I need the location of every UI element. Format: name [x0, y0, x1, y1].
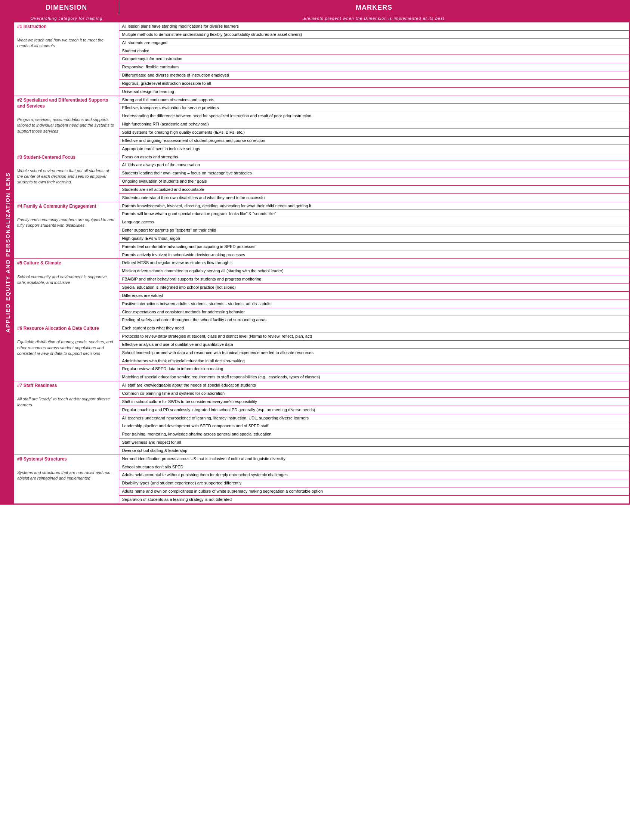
dimension-title-dim2: #2 Specialized and Differentiated Suppor… — [17, 97, 116, 109]
marker-cell: Positive interactions between adults - s… — [119, 300, 629, 308]
table-row: #3 Student-Centered FocusWhole school en… — [14, 153, 629, 161]
table-body: #1 InstructionWhat we teach and how we t… — [14, 22, 629, 504]
marker-cell: High quality IEPs without jargon — [119, 234, 629, 242]
marker-cell: Regular coaching and PD seamlessly integ… — [119, 406, 629, 414]
marker-cell: All staff are knowledgeable about the ne… — [119, 381, 629, 390]
table-row: #6 Resource Allocation & Data CultureEqu… — [14, 324, 629, 332]
header-row: DIMENSION MARKERS — [14, 1, 629, 14]
marker-cell: Defined MTSS and regular review as stude… — [119, 259, 629, 267]
dimension-title-dim8: #8 Systems/ Structures — [17, 456, 116, 462]
marker-cell: Matching of special education service re… — [119, 373, 629, 381]
marker-cell: Differences are valued — [119, 291, 629, 300]
marker-cell: Common co-planning time and systems for … — [119, 389, 629, 397]
vertical-label: APPLIED EQUITY AND PERSONALIZATION LENS — [5, 172, 11, 332]
table-row: #2 Specialized and Differentiated Suppor… — [14, 96, 629, 104]
marker-cell: Parents feel comfortable advocating and … — [119, 242, 629, 251]
marker-cell: Strong and full continuum of services an… — [119, 96, 629, 104]
vertical-label-container: APPLIED EQUITY AND PERSONALIZATION LENS — [1, 1, 14, 504]
marker-cell: All students are engaged — [119, 38, 629, 47]
marker-cell: Effective analysis and use of qualitativ… — [119, 340, 629, 349]
dimension-desc-dim2: Program, services, accommodations and su… — [17, 117, 116, 134]
dimension-header: DIMENSION — [14, 1, 119, 14]
marker-cell: Language access — [119, 218, 629, 226]
marker-cell: Student choice — [119, 47, 629, 55]
table-row: #8 Systems/ StructuresSystems and struct… — [14, 455, 629, 463]
marker-cell: All lesson plans have standing modificat… — [119, 22, 629, 31]
marker-cell: Parents actively involved in school-wide… — [119, 251, 629, 259]
marker-cell: Competency-informed instruction — [119, 55, 629, 63]
sub-header-row: Overarching category for framing Element… — [14, 14, 629, 22]
marker-cell: Clear expectations and consistent method… — [119, 308, 629, 316]
dimension-title-dim4: #4 Family & Community Engagement — [17, 203, 116, 209]
marker-cell: Parents will know what a good special ed… — [119, 210, 629, 218]
dimension-title-dim7: #7 Staff Readiness — [17, 382, 116, 388]
dimension-subheader: Overarching category for framing — [14, 14, 119, 22]
marker-cell: Regular review of SPED data to inform de… — [119, 365, 629, 373]
dimension-cell-dim8: #8 Systems/ StructuresSystems and struct… — [14, 455, 119, 504]
marker-cell: All kids are always part of the conversa… — [119, 161, 629, 169]
dimension-desc-dim8: Systems and structures that are non-raci… — [17, 470, 116, 482]
marker-cell: High functioning RTI (academic and behav… — [119, 120, 629, 128]
marker-cell: Responsive, flexible curriculum — [119, 63, 629, 71]
marker-cell: Separation of students as a learning str… — [119, 495, 629, 504]
marker-cell: School structures don't silo SPED — [119, 463, 629, 471]
marker-cell: Parents knowledgeable, involved, directi… — [119, 202, 629, 210]
marker-cell: Leadership pipeline and development with… — [119, 422, 629, 430]
dimension-desc-dim7: All staff are "ready" to teach and/or su… — [17, 396, 116, 408]
dimension-title-dim1: #1 Instruction — [17, 24, 116, 30]
marker-cell: Focus on assets and strengths — [119, 153, 629, 161]
marker-cell: Each student gets what they need — [119, 324, 629, 332]
table-row: #7 Staff ReadinessAll staff are "ready" … — [14, 381, 629, 390]
marker-cell: Universal design for learning — [119, 87, 629, 96]
marker-cell: Administrators who think of special educ… — [119, 357, 629, 365]
marker-cell: Adults name and own on complicitness in … — [119, 488, 629, 496]
main-container: APPLIED EQUITY AND PERSONALIZATION LENS … — [0, 0, 630, 505]
marker-cell: Appropriate enrollment in inclusive sett… — [119, 145, 629, 153]
dimension-desc-dim5: School community and environment is supp… — [17, 274, 116, 286]
marker-cell: Disability types (and student experience… — [119, 479, 629, 488]
marker-cell: Ongoing evaluation of students and their… — [119, 177, 629, 186]
dimension-desc-dim1: What we teach and how we teach it to mee… — [17, 37, 116, 49]
dimension-desc-dim4: Family and community members are equippe… — [17, 217, 116, 229]
marker-cell: Effective, transparent evaluation for se… — [119, 104, 629, 112]
marker-cell: Peer training, mentoring, knowledge shar… — [119, 430, 629, 439]
dimension-cell-dim7: #7 Staff ReadinessAll staff are "ready" … — [14, 381, 119, 455]
table-wrapper: DIMENSION MARKERS Overarching category f… — [14, 1, 629, 504]
marker-cell: Multiple methods to demonstrate understa… — [119, 30, 629, 38]
marker-cell: Mission driven schools committed to equi… — [119, 267, 629, 275]
dimension-cell-dim6: #6 Resource Allocation & Data CultureEqu… — [14, 324, 119, 381]
dimension-cell-dim2: #2 Specialized and Differentiated Suppor… — [14, 96, 119, 153]
marker-cell: Staff wellness and respect for all — [119, 439, 629, 447]
main-table: DIMENSION MARKERS Overarching category f… — [14, 1, 629, 504]
marker-cell: Shift in school culture for SWDs to be c… — [119, 397, 629, 406]
table-row: #4 Family & Community EngagementFamily a… — [14, 202, 629, 210]
dimension-title-dim5: #5 Culture & Climate — [17, 260, 116, 266]
marker-cell: Rigorous, grade level instruction access… — [119, 79, 629, 87]
marker-cell: Students understand their own disabiliti… — [119, 193, 629, 202]
table-row: #5 Culture & ClimateSchool community and… — [14, 259, 629, 267]
marker-cell: Effective and ongoing reassessment of st… — [119, 136, 629, 145]
marker-cell: All teachers understand neuroscience of … — [119, 414, 629, 422]
marker-cell: Feeling of safety and order throughout t… — [119, 316, 629, 324]
marker-cell: Students leading their own learning – fo… — [119, 169, 629, 177]
dimension-cell-dim5: #5 Culture & ClimateSchool community and… — [14, 259, 119, 324]
marker-cell: Understanding the difference between nee… — [119, 112, 629, 120]
dimension-desc-dim3: Whole school environments that put all s… — [17, 168, 116, 185]
dimension-cell-dim3: #3 Student-Centered FocusWhole school en… — [14, 153, 119, 202]
dimension-cell-dim4: #4 Family & Community EngagementFamily a… — [14, 202, 119, 259]
marker-cell: Differentiated and diverse methods of in… — [119, 71, 629, 79]
marker-cell: Protocols to review data/ strategies at … — [119, 332, 629, 341]
marker-cell: Better support for parents as "experts" … — [119, 226, 629, 235]
marker-cell: FBA/BIP and other behavioral supports fo… — [119, 275, 629, 284]
dimension-title-dim6: #6 Resource Allocation & Data Culture — [17, 325, 116, 331]
markers-subheader: Elements present when the Dimension is i… — [119, 14, 629, 22]
dimension-cell-dim1: #1 InstructionWhat we teach and how we t… — [14, 22, 119, 96]
marker-cell: Solid systems for creating high quality … — [119, 128, 629, 136]
marker-cell: School leadership armed with data and re… — [119, 349, 629, 357]
dimension-desc-dim6: Equitable distribution of money, goods, … — [17, 339, 116, 356]
marker-cell: Adults held accountable without punishin… — [119, 471, 629, 479]
marker-cell: Students are self-actualized and account… — [119, 185, 629, 193]
dimension-title-dim3: #3 Student-Centered Focus — [17, 154, 116, 160]
table-row: #1 InstructionWhat we teach and how we t… — [14, 22, 629, 31]
marker-cell: Normed identification process across US … — [119, 455, 629, 463]
